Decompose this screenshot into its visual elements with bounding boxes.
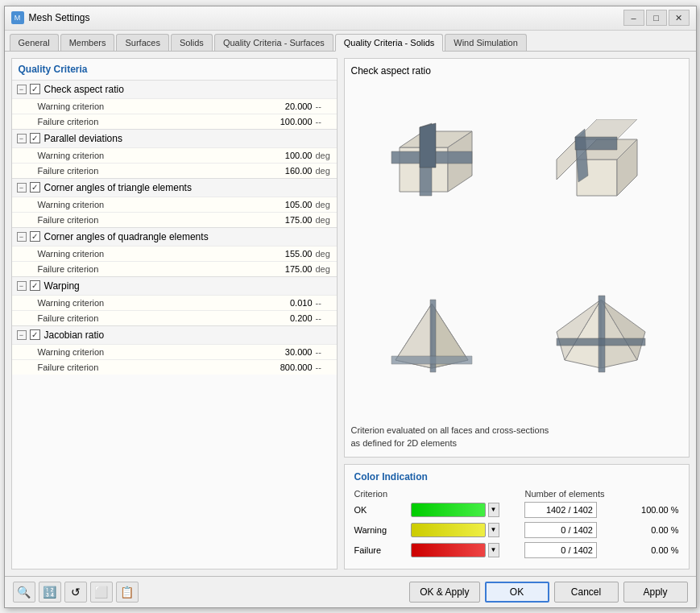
criterion-value[interactable]: 20.000 [264,101,313,111]
criterion-label: Failure criterion [38,215,264,225]
group-label-parallel-deviations: Parallel deviations [44,133,122,144]
maximize-button[interactable]: □ [646,10,667,26]
criterion-value[interactable]: 105.00 [264,200,313,209]
checkbox-warping[interactable]: ✓ [30,280,40,291]
criterion-unit: -- [316,347,332,357]
color-indication-section: Color Indication Criterion Number of ele… [344,464,690,570]
checkbox-jacobian-ratio[interactable]: ✓ [30,329,40,340]
criterion-row: Failure criterion160.00deg [12,163,337,178]
expand-icon[interactable]: − [17,281,27,291]
header-elements: Number of elements [507,489,623,499]
group-label-jacobian-ratio: Jacobian ratio [44,329,105,341]
numeric-icon-btn[interactable]: 🔢 [39,582,61,603]
expand-icon[interactable]: − [17,232,27,242]
expand-icon[interactable]: − [17,85,27,94]
tab-members[interactable]: Members [60,34,115,51]
criterion-value[interactable]: 175.00 [264,264,313,274]
color-dropdown-warning[interactable]: ▼ [488,523,499,537]
criterion-label: Failure criterion [38,117,264,126]
group-warping: −✓WarpingWarning criterion0.010--Failure… [12,276,337,325]
checkbox-parallel-deviations[interactable]: ✓ [30,133,40,143]
left-panel: Quality Criteria −✓Check aspect ratioWar… [11,58,338,570]
main-content: Quality Criteria −✓Check aspect ratioWar… [5,52,696,576]
minimize-button[interactable]: – [623,10,644,26]
copy-icon-btn[interactable]: 📋 [116,582,139,603]
checkbox-corner-angles-triangle[interactable]: ✓ [30,182,40,193]
group-header-parallel-deviations[interactable]: −✓Parallel deviations [12,130,337,147]
color-row-failure: Failure▼0.00 % [354,542,679,558]
group-label-corner-angles-quadrangle: Corner angles of quadrangle elements [44,231,209,242]
group-header-jacobian-ratio[interactable]: −✓Jacobian ratio [12,326,337,344]
ok-button[interactable]: OK [485,582,549,603]
svg-marker-10 [577,119,637,139]
criterion-value[interactable]: 155.00 [264,249,313,259]
criterion-value[interactable]: 160.00 [264,166,313,176]
color-count-ok [499,502,623,518]
criterion-value[interactable]: 800.000 [264,362,313,372]
criterion-label: Failure criterion [38,313,264,323]
color-pct-failure: 0.00 % [623,545,679,555]
group-parallel-deviations: −✓Parallel deviationsWarning criterion10… [12,129,337,178]
color-count-input-ok[interactable] [524,502,597,518]
tab-general[interactable]: General [10,34,59,51]
apply-button[interactable]: Apply [623,582,688,603]
criterion-value[interactable]: 30.000 [264,347,313,357]
color-dropdown-failure[interactable]: ▼ [488,543,499,557]
left-panel-title: Quality Criteria [12,59,337,80]
criterion-value[interactable]: 0.200 [264,313,313,323]
criterion-row: Failure criterion800.000-- [12,359,337,375]
tab-surfaces[interactable]: Surfaces [116,34,168,51]
tab-solids[interactable]: Solids [171,34,213,51]
color-label-warning: Warning [354,525,411,535]
bottom-icons: 🔍 🔢 ↺ ⬜ 📋 [13,582,405,603]
criterion-label: Warning criterion [38,298,264,308]
search-icon-btn[interactable]: 🔍 [13,582,35,603]
group-header-corner-angles-quadrangle[interactable]: −✓Corner angles of quadrangle elements [12,228,337,246]
ok-apply-button[interactable]: OK & Apply [409,582,479,603]
svg-marker-25 [557,338,645,346]
diagram-title: Check aspect ratio [351,65,682,77]
color-bar-red [411,543,486,557]
color-label-ok: OK [354,505,411,515]
color-label-failure: Failure [354,545,411,555]
color-indication-title: Color Indication [354,471,679,483]
header-color-swatch [411,489,507,499]
group-header-check-aspect-ratio[interactable]: −✓Check aspect ratio [12,81,337,98]
criterion-value[interactable]: 100.000 [264,117,313,126]
expand-icon[interactable]: − [17,134,27,143]
checkbox-check-aspect-ratio[interactable]: ✓ [30,84,40,94]
color-count-input-failure[interactable] [524,542,597,558]
color-bar-green [411,503,486,517]
group-header-corner-angles-triangle[interactable]: −✓Corner angles of triangle elements [12,179,337,197]
diagram-section: Check aspect ratio [344,58,690,458]
color-row-ok: OK▼100.00 % [354,502,679,518]
criterion-row: Failure criterion175.00deg [12,212,337,227]
expand-icon[interactable]: − [17,183,27,193]
tab-quality-surfaces[interactable]: Quality Criteria - Surfaces [214,34,333,51]
group-corner-angles-triangle: −✓Corner angles of triangle elementsWarn… [12,178,337,227]
criterion-value[interactable]: 100.00 [264,151,313,160]
bottom-bar: 🔍 🔢 ↺ ⬜ 📋 OK & Apply OK Cancel Apply [5,576,696,607]
refresh-icon-btn[interactable]: ↺ [64,582,87,603]
expand-icon[interactable]: − [17,330,27,340]
shape-pyramid-solid [351,254,513,419]
tab-wind-simulation[interactable]: Wind Simulation [445,34,526,51]
criterion-row: Warning criterion0.010-- [12,295,337,310]
svg-marker-12 [575,137,617,150]
cancel-button[interactable]: Cancel [554,582,619,603]
checkbox-corner-angles-quadrangle[interactable]: ✓ [30,231,40,242]
group-header-warping[interactable]: −✓Warping [12,277,337,295]
group-label-corner-angles-triangle: Corner angles of triangle elements [44,182,192,193]
criterion-value[interactable]: 175.00 [264,215,313,225]
window-controls: – □ ✕ [623,10,690,26]
criterion-row: Failure criterion0.200-- [12,310,337,325]
close-button[interactable]: ✕ [669,10,690,26]
tab-quality-solids[interactable]: Quality Criteria - Solids [335,34,443,52]
color-count-input-warning[interactable] [524,522,597,538]
window-title: Mesh Settings [29,12,623,23]
criterion-row: Warning criterion105.00deg [12,197,337,212]
criterion-unit: deg [316,215,332,225]
color-dropdown-ok[interactable]: ▼ [488,503,499,517]
frame-icon-btn[interactable]: ⬜ [90,582,113,603]
criterion-value[interactable]: 0.010 [264,298,313,308]
